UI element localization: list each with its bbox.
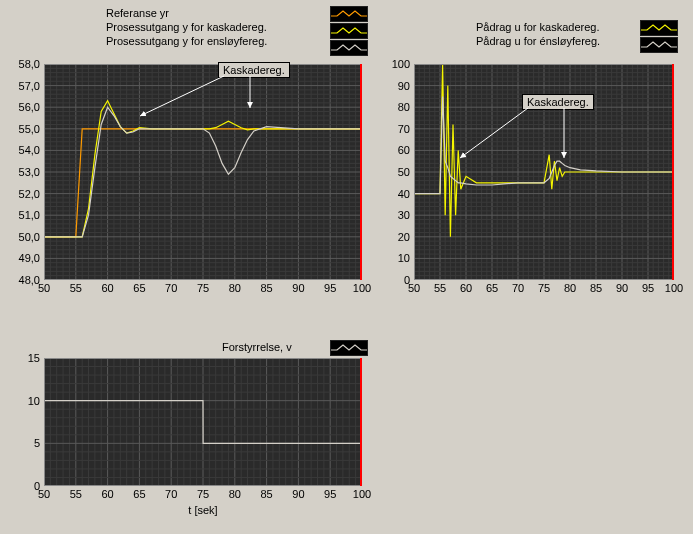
- x-tick-label: 90: [286, 488, 310, 500]
- swatch-icon: [330, 23, 368, 39]
- x-tick-label: 100: [350, 488, 374, 500]
- y-tick-label: 40: [376, 188, 410, 200]
- swatch-icon: [640, 20, 678, 36]
- x-tick-label: 75: [532, 282, 556, 294]
- annotation-arrow-icon: [444, 108, 604, 178]
- x-tick-label: 55: [428, 282, 452, 294]
- swatch-icon: [330, 40, 368, 56]
- plot-area-chart3[interactable]: [44, 358, 362, 486]
- y-tick-label: 10: [376, 252, 410, 264]
- y-tick-label: 100: [376, 58, 410, 70]
- x-tick-label: 100: [662, 282, 686, 294]
- legend-swatches-chart2: [634, 20, 678, 53]
- y-tick-label: 54,0: [6, 144, 40, 156]
- x-tick-label: 80: [223, 488, 247, 500]
- swatch-icon: [330, 6, 368, 22]
- legend-label: Pådrag u for énsløyfereg.: [476, 35, 600, 47]
- y-tick-label: 60: [376, 144, 410, 156]
- annotation-arrow-icon: [130, 76, 270, 126]
- x-tick-label: 95: [318, 488, 342, 500]
- x-tick-label: 95: [318, 282, 342, 294]
- y-tick-label: 49,0: [6, 252, 40, 264]
- x-tick-label: 70: [506, 282, 530, 294]
- legend-label: Prosessutgang y for kaskadereg.: [106, 21, 267, 33]
- y-tick-label: 80: [376, 101, 410, 113]
- legend-entry: Prosessutgang y for ensløyfereg.: [106, 34, 267, 48]
- y-tick-label: 90: [376, 80, 410, 92]
- swatch-icon: [330, 340, 368, 356]
- x-tick-label: 75: [191, 282, 215, 294]
- y-tick-label: 70: [376, 123, 410, 135]
- x-tick-label: 85: [584, 282, 608, 294]
- legend-entry: Forstyrrelse, v: [222, 340, 292, 354]
- x-tick-label: 95: [636, 282, 660, 294]
- x-tick-label: 50: [32, 282, 56, 294]
- x-tick-label: 50: [32, 488, 56, 500]
- y-tick-label: 20: [376, 231, 410, 243]
- y-tick-label: 30: [376, 209, 410, 221]
- y-tick-label: 50,0: [6, 231, 40, 243]
- x-tick-label: 60: [96, 488, 120, 500]
- y-tick-label: 56,0: [6, 101, 40, 113]
- x-tick-label: 80: [223, 282, 247, 294]
- legend-chart3: Forstyrrelse, v: [222, 340, 292, 354]
- x-tick-label: 50: [402, 282, 426, 294]
- svg-line-103: [140, 76, 224, 116]
- cursor-line-icon: [360, 64, 362, 280]
- legend-label: Prosessutgang y for ensløyfereg.: [106, 35, 267, 47]
- x-tick-label: 75: [191, 488, 215, 500]
- legend-entry: Pådrag u for kaskadereg.: [476, 20, 600, 34]
- legend-entry: Pådrag u for énsløyfereg.: [476, 34, 600, 48]
- x-tick-label: 65: [127, 488, 151, 500]
- y-tick-label: 57,0: [6, 80, 40, 92]
- x-tick-label: 85: [255, 282, 279, 294]
- y-tick-label: 10: [6, 395, 40, 407]
- cursor-line-icon: [672, 64, 674, 280]
- legend-chart2: Pådrag u for kaskadereg. Pådrag u for én…: [476, 20, 600, 48]
- x-tick-label: 70: [159, 282, 183, 294]
- cursor-line-icon: [360, 358, 362, 486]
- x-tick-label: 55: [64, 282, 88, 294]
- x-tick-label: 70: [159, 488, 183, 500]
- x-tick-label: 90: [286, 282, 310, 294]
- y-tick-label: 55,0: [6, 123, 40, 135]
- swatch-icon: [640, 37, 678, 53]
- legend-swatches-chart1: [324, 6, 368, 56]
- legend-label: Referanse yr: [106, 7, 169, 19]
- x-tick-label: 100: [350, 282, 374, 294]
- y-tick-label: 52,0: [6, 188, 40, 200]
- x-axis-label: t [sek]: [44, 504, 362, 516]
- legend-swatches-chart3: [324, 340, 368, 356]
- plot-area-chart1[interactable]: Kaskadereg.: [44, 64, 362, 280]
- y-tick-label: 53,0: [6, 166, 40, 178]
- x-tick-label: 90: [610, 282, 634, 294]
- y-tick-label: 50: [376, 166, 410, 178]
- legend-entry: Prosessutgang y for kaskadereg.: [106, 20, 267, 34]
- x-tick-label: 65: [127, 282, 151, 294]
- svg-line-208: [460, 108, 528, 158]
- x-tick-label: 80: [558, 282, 582, 294]
- legend-label: Forstyrrelse, v: [222, 341, 292, 353]
- x-tick-label: 60: [96, 282, 120, 294]
- x-tick-label: 65: [480, 282, 504, 294]
- legend-chart1: Referanse yr Prosessutgang y for kaskade…: [106, 6, 267, 48]
- x-tick-label: 55: [64, 488, 88, 500]
- y-tick-label: 15: [6, 352, 40, 364]
- y-tick-label: 5: [6, 437, 40, 449]
- legend-label: Pådrag u for kaskadereg.: [476, 21, 600, 33]
- y-tick-label: 51,0: [6, 209, 40, 221]
- legend-entry: Referanse yr: [106, 6, 267, 20]
- plot-area-chart2[interactable]: Kaskadereg.: [414, 64, 674, 280]
- y-tick-label: 58,0: [6, 58, 40, 70]
- x-tick-label: 60: [454, 282, 478, 294]
- x-tick-label: 85: [255, 488, 279, 500]
